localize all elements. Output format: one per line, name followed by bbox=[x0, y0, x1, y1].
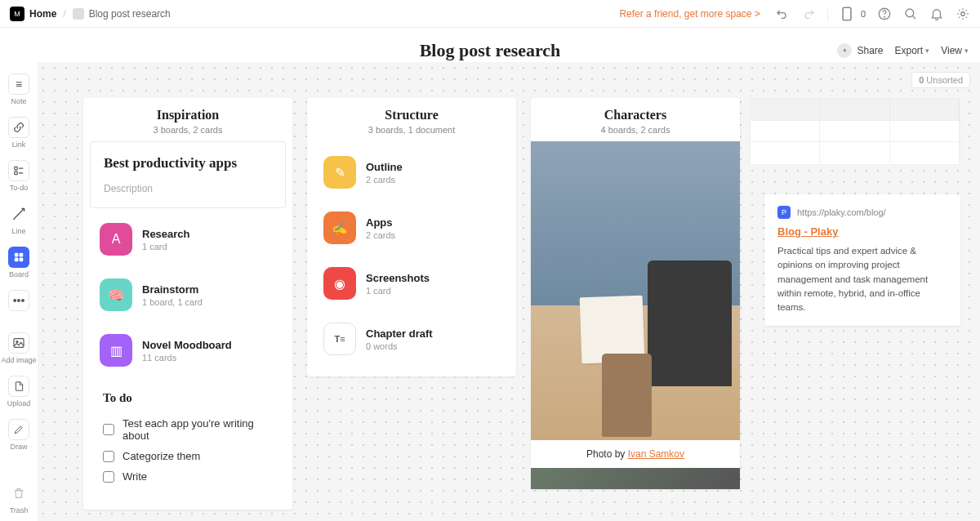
chevron-down-icon: ▾ bbox=[964, 47, 969, 55]
svg-point-2 bbox=[884, 16, 885, 17]
column-structure[interactable]: Structure 3 boards, 1 document ✎ Outline… bbox=[307, 98, 516, 376]
card-icon: ✍ bbox=[323, 212, 356, 244]
tool-trash[interactable]: Trash bbox=[8, 483, 29, 514]
card-title: Outline bbox=[366, 161, 500, 173]
checkbox[interactable] bbox=[103, 424, 114, 435]
view-label: View bbox=[941, 45, 962, 56]
tool-add-image[interactable]: Add image bbox=[1, 332, 36, 364]
canvas[interactable]: 0 Unsorted Inspiration 3 boards, 2 cards… bbox=[38, 62, 980, 521]
settings-icon[interactable] bbox=[956, 7, 970, 21]
home-label: Home bbox=[29, 8, 56, 20]
todo-item[interactable]: Test each app you're writing about bbox=[103, 413, 273, 446]
help-icon[interactable] bbox=[877, 7, 892, 21]
card-title: Apps bbox=[366, 216, 500, 229]
todo-text: Test each app you're writing about bbox=[122, 417, 273, 442]
tool-label: Board bbox=[9, 270, 29, 278]
checkbox[interactable] bbox=[103, 471, 114, 483]
trash-icon bbox=[8, 483, 29, 504]
card-todo[interactable]: To do Test each app you're writing about… bbox=[90, 381, 286, 493]
column-header: Characters 4 boards, 2 cards bbox=[531, 98, 740, 141]
board-title[interactable]: Blog post research bbox=[420, 40, 561, 61]
topbar: M Home / Blog post research Refer a frie… bbox=[0, 0, 980, 28]
card-icon: A bbox=[100, 223, 132, 256]
tool-todo[interactable]: To-do bbox=[8, 160, 29, 192]
svg-point-4 bbox=[961, 11, 965, 16]
credit-link[interactable]: Ivan Samkov bbox=[628, 448, 684, 460]
breadcrumb-label[interactable]: Blog post research bbox=[89, 8, 171, 20]
svg-rect-9 bbox=[15, 258, 19, 262]
view-dropdown[interactable]: View ▾ bbox=[941, 45, 969, 56]
card-item[interactable]: ✎ Outline 2 cards bbox=[314, 148, 510, 197]
checkbox[interactable] bbox=[103, 451, 114, 462]
todo-item[interactable]: Categorize them bbox=[103, 446, 273, 466]
unsorted-badge[interactable]: 0 Unsorted bbox=[911, 72, 970, 88]
search-icon[interactable] bbox=[903, 7, 918, 21]
card-description-placeholder: Description bbox=[104, 183, 272, 194]
devices-icon[interactable] bbox=[840, 7, 854, 21]
tool-label: Link bbox=[12, 140, 26, 149]
card-item[interactable]: A Research 1 card bbox=[90, 215, 286, 264]
card-title: Research bbox=[142, 228, 276, 240]
tool-label: Add image bbox=[1, 356, 36, 364]
redo-icon[interactable] bbox=[801, 7, 816, 21]
card-title: Best productivity apps bbox=[104, 155, 272, 171]
card-icon: 🧠 bbox=[100, 278, 132, 311]
tool-label: To-do bbox=[10, 184, 29, 192]
card-title: Chapter draft bbox=[366, 327, 500, 340]
link-title[interactable]: Blog - Plaky bbox=[777, 225, 947, 238]
refer-link[interactable]: Refer a friend, get more space > bbox=[619, 8, 760, 20]
card-best-productivity-apps[interactable]: Best productivity apps Description bbox=[90, 141, 286, 208]
tool-line[interactable]: Line bbox=[8, 203, 29, 235]
svg-rect-8 bbox=[20, 253, 24, 257]
credit-prefix: Photo by bbox=[586, 448, 628, 460]
column-characters[interactable]: Characters 4 boards, 2 cards Photo by Iv… bbox=[531, 98, 740, 489]
card-item[interactable]: ▥ Novel Moodboard 11 cards bbox=[90, 326, 286, 375]
todo-text: Categorize them bbox=[122, 450, 200, 462]
card-icon: ◉ bbox=[323, 267, 356, 300]
card-item[interactable]: 🧠 Brainstorm 1 board, 1 card bbox=[90, 270, 286, 319]
character-image[interactable] bbox=[531, 141, 740, 440]
svg-rect-10 bbox=[20, 258, 24, 262]
table-card[interactable] bbox=[750, 98, 960, 165]
link-card[interactable]: P https://plaky.com/blog/ Blog - Plaky P… bbox=[764, 194, 960, 326]
svg-rect-5 bbox=[15, 167, 18, 170]
top-icons: 0 bbox=[775, 7, 970, 21]
svg-rect-6 bbox=[15, 171, 18, 175]
tool-draw[interactable]: Draw bbox=[8, 419, 29, 451]
svg-rect-11 bbox=[14, 339, 24, 348]
line-icon bbox=[8, 203, 29, 225]
chevron-down-icon: ▾ bbox=[925, 47, 929, 55]
card-subtitle: 1 card bbox=[142, 242, 276, 252]
tool-sidebar: ≡ Note Link To-do Line Board ••• Add ima… bbox=[0, 73, 38, 521]
notifications-icon[interactable] bbox=[929, 7, 944, 21]
tool-more[interactable]: ••• bbox=[8, 290, 29, 311]
undo-icon[interactable] bbox=[775, 7, 790, 21]
home-link[interactable]: M Home bbox=[10, 7, 56, 21]
tool-upload[interactable]: Upload bbox=[7, 376, 31, 407]
card-icon: T≡ bbox=[323, 323, 356, 355]
card-item[interactable]: T≡ Chapter draft 0 words bbox=[314, 314, 510, 363]
card-item[interactable]: ✍ Apps 2 cards bbox=[314, 203, 510, 252]
tool-board[interactable]: Board bbox=[8, 247, 29, 278]
share-button[interactable]: + Share bbox=[837, 43, 883, 58]
tool-label: Line bbox=[11, 227, 25, 235]
export-dropdown[interactable]: Export ▾ bbox=[895, 45, 930, 56]
tool-label: Upload bbox=[7, 399, 31, 407]
todo-title: To do bbox=[103, 391, 273, 405]
card-subtitle: 1 card bbox=[366, 286, 500, 296]
breadcrumb-board-icon bbox=[73, 8, 84, 20]
link-icon bbox=[8, 117, 29, 138]
app-logo-icon: M bbox=[10, 7, 24, 21]
todo-item[interactable]: Write bbox=[103, 466, 273, 487]
character-image-2[interactable] bbox=[531, 468, 740, 489]
image-icon bbox=[8, 332, 29, 354]
card-item[interactable]: ◉ Screenshots 1 card bbox=[314, 259, 510, 308]
column-title: Structure bbox=[307, 108, 516, 122]
note-icon: ≡ bbox=[8, 73, 29, 95]
tool-note[interactable]: ≡ Note bbox=[8, 73, 29, 105]
tool-link[interactable]: Link bbox=[8, 117, 29, 149]
column-subtitle: 3 boards, 2 cards bbox=[83, 125, 292, 135]
link-favicon-icon: P bbox=[777, 206, 791, 219]
column-inspiration[interactable]: Inspiration 3 boards, 2 cards Best produ… bbox=[83, 98, 292, 510]
card-title: Screenshots bbox=[366, 272, 500, 284]
